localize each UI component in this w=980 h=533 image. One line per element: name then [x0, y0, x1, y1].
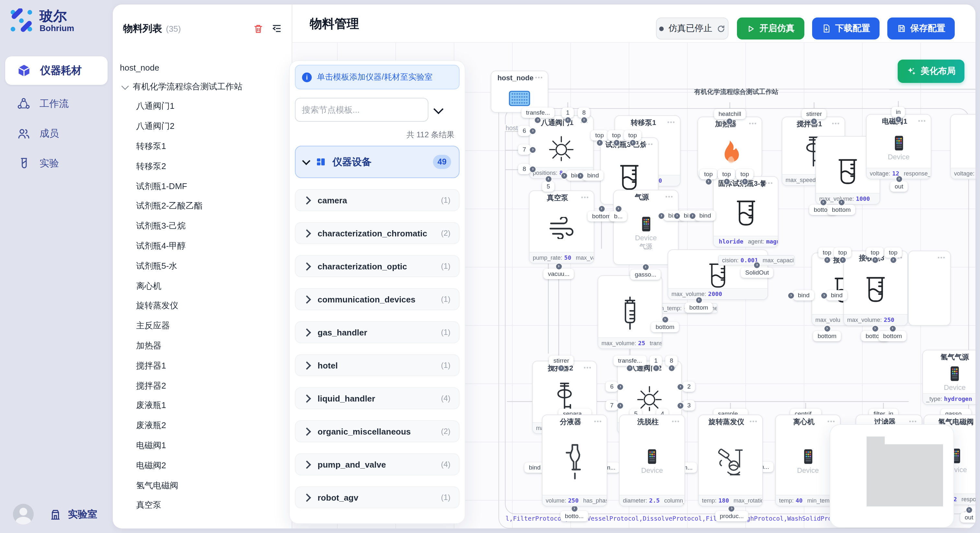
category-item-hotel[interactable]: hotel(1) [295, 354, 460, 376]
port-chip-7[interactable]: 7› [606, 400, 618, 411]
category-item-gas_handler[interactable]: gas_handler(1) [295, 321, 460, 343]
port-chip-6[interactable]: 6› [518, 125, 531, 136]
port-dot-icon[interactable]: › [839, 257, 846, 263]
port-chip-top[interactable]: top› [736, 169, 754, 179]
tree-item[interactable]: 八通阀门2 [113, 117, 292, 136]
port-dot-icon[interactable]: › [824, 325, 830, 332]
tree-root[interactable]: host_node [113, 58, 292, 77]
category-item-liquid_handler[interactable]: liquid_handler(4) [295, 387, 460, 409]
minimap[interactable] [830, 424, 954, 528]
port-chip-stirrer[interactable]: stirrer› [802, 109, 827, 119]
tree-item[interactable]: 八通阀门1 [113, 97, 292, 117]
port-dot-icon[interactable]: › [741, 178, 748, 185]
port-dot-icon[interactable]: › [754, 262, 760, 269]
port-chip-1[interactable]: 1› [650, 355, 662, 366]
instrument-group-header[interactable]: 仪器设备 49 [295, 146, 460, 178]
node-menu-icon[interactable]: ••• [665, 194, 673, 200]
category-item-pump_and_valve[interactable]: pump_and_valve(4) [295, 453, 460, 475]
port-chip-transfe[interactable]: transfe...› [522, 108, 555, 118]
port-chip-1[interactable]: 1› [562, 108, 574, 118]
tree-item[interactable]: 加热器 [113, 336, 292, 356]
node-menu-icon[interactable]: ••• [749, 418, 758, 425]
port-dot-icon[interactable]: › [677, 402, 684, 409]
port-dot-icon[interactable]: › [723, 178, 730, 185]
port-chip-2[interactable]: 2› [683, 381, 695, 392]
port-dot-icon[interactable]: › [558, 365, 565, 372]
port-chip-top[interactable]: top› [591, 130, 608, 141]
port-dot-icon[interactable]: › [819, 199, 827, 206]
port-dot-icon[interactable]: › [872, 257, 878, 263]
chevron-down-icon[interactable] [121, 82, 129, 90]
node-menu-icon[interactable]: ••• [832, 121, 840, 127]
category-item-robot_agv[interactable]: robot_agv(1) [295, 486, 460, 508]
save-config-button[interactable]: 保存配置 [887, 17, 955, 40]
sidebar-item-members[interactable]: 成员 [5, 119, 108, 148]
port-dot-icon[interactable]: › [615, 205, 622, 213]
tree-item[interactable]: 真空泵 [113, 495, 292, 516]
port-chip-botto[interactable]: botto...› [560, 511, 588, 521]
port-dot-icon[interactable]: › [705, 178, 712, 185]
port-chip-bottom[interactable]: bottom› [878, 331, 907, 341]
port-chip-bind[interactable]: bind› [826, 290, 847, 300]
port-dot-icon[interactable]: › [673, 212, 681, 219]
port-dot-icon[interactable]: › [895, 116, 902, 123]
node-menu-icon[interactable]: ••• [909, 418, 917, 425]
port-dot-icon[interactable]: › [581, 117, 587, 124]
sidebar-item-instruments[interactable]: 仪器耗材 [5, 56, 108, 85]
node-menu-icon[interactable]: ••• [765, 180, 773, 187]
port-chip-top[interactable]: top› [866, 247, 884, 258]
canvas-node[interactable]: max_volume:25transfer_rate:10 [598, 275, 662, 349]
port-dot-icon[interactable]: › [642, 263, 649, 271]
port-chip-bottom[interactable]: bottom› [685, 303, 713, 313]
simulation-status-pill[interactable]: 仿真已停止 [656, 17, 729, 40]
tree-item[interactable]: 废液瓶2 [113, 416, 292, 436]
port-dot-icon[interactable]: › [627, 365, 633, 372]
port-dot-icon[interactable]: › [689, 212, 696, 219]
lab-label[interactable]: 实验室 [68, 508, 97, 520]
canvas-node-氢气气源[interactable]: 氢气气源Device_type:hydrogenmax_pre [922, 350, 975, 405]
port-dot-icon[interactable]: › [726, 118, 733, 125]
port-chip-vacuu[interactable]: vacuu...› [544, 269, 574, 279]
node-menu-icon[interactable]: ••• [645, 141, 653, 148]
tree-item[interactable]: 电磁阀2 [113, 455, 292, 476]
port-dot-icon[interactable]: › [677, 383, 684, 390]
canvas-node-固体试剂瓶3-氯化镁[interactable]: 固体试剂瓶3-氯化镁•••hlorideagent:magnesium_chlo… [713, 176, 778, 247]
port-dot-icon[interactable]: › [821, 292, 828, 299]
port-chip-5[interactable]: 5› [542, 181, 555, 192]
node-menu-icon[interactable]: ••• [672, 418, 680, 425]
port-dot-icon[interactable]: › [896, 176, 902, 182]
node-menu-icon[interactable]: ••• [749, 121, 757, 127]
category-item-communication_devices[interactable]: communication_devices(1) [295, 288, 460, 310]
node-menu-icon[interactable]: ••• [581, 194, 589, 201]
canvas-node-八通阀门1[interactable]: 八通阀门1•••positions:8 [529, 115, 594, 179]
node-menu-icon[interactable]: ••• [667, 119, 675, 125]
search-input[interactable] [295, 98, 428, 122]
port-dot-icon[interactable]: › [545, 176, 552, 182]
port-dot-icon[interactable]: › [598, 205, 605, 213]
port-chip-out[interactable]: out› [890, 181, 908, 192]
canvas-node-旋转蒸发仪[interactable]: 旋转蒸发仪•••temp:180max_rotation_speed: [698, 414, 763, 506]
port-dot-icon[interactable]: › [872, 325, 878, 332]
port-dot-icon[interactable]: › [810, 118, 818, 125]
port-chip-3[interactable]: 3› [683, 400, 695, 411]
port-dot-icon[interactable]: › [535, 117, 541, 124]
port-chip-top[interactable]: top› [624, 130, 641, 141]
port-chip-top[interactable]: top› [608, 130, 625, 141]
canvas-node-分液器[interactable]: 分液器•••volume:250has_phases:true [542, 414, 607, 506]
chevron-down-icon[interactable] [433, 104, 443, 114]
port-dot-icon[interactable]: › [613, 139, 620, 146]
avatar[interactable] [13, 504, 34, 525]
canvas-node-电磁阀1[interactable]: 电磁阀1•••Devicevoltage:12response_time:0.1 [866, 114, 931, 179]
trash-icon[interactable] [253, 24, 263, 33]
port-dot-icon[interactable]: › [652, 365, 660, 372]
node-menu-icon[interactable]: ••• [535, 75, 543, 81]
canvas-node-host_node[interactable]: host_node••• [491, 71, 548, 113]
node-menu-icon[interactable]: ••• [918, 118, 926, 124]
port-dot-icon[interactable]: › [668, 365, 675, 372]
port-chip-SolidOut[interactable]: SolidOut› [741, 268, 773, 278]
port-chip-8[interactable]: 8› [578, 108, 590, 118]
tree-item[interactable]: 试剂瓶4-甲醇 [113, 236, 292, 256]
sidebar-item-experiments[interactable]: 实验 [5, 149, 108, 178]
port-chip-8[interactable]: 8› [518, 164, 531, 174]
port-chip-bind[interactable]: bind› [695, 211, 716, 221]
